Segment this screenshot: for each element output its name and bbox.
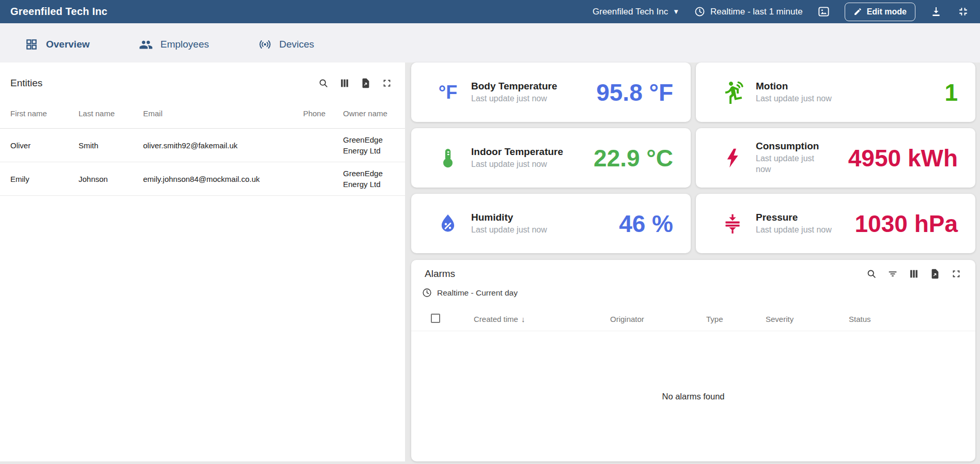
download-icon bbox=[930, 6, 942, 18]
tab-overview[interactable]: Overview bbox=[25, 38, 90, 51]
image-gallery-button[interactable] bbox=[817, 5, 830, 18]
entities-table-header: First name Last name Email Phone Owner n… bbox=[0, 99, 405, 129]
column-header-email[interactable]: Email bbox=[143, 109, 279, 118]
entity-select-value: Greenfiled Tech Inc bbox=[593, 7, 668, 17]
card-value: 1 bbox=[937, 79, 958, 106]
alarms-filter-button[interactable] bbox=[887, 268, 898, 280]
entities-export-button[interactable] bbox=[360, 78, 371, 89]
entity-select-dropdown[interactable]: Greenfiled Tech Inc ▼ bbox=[593, 7, 679, 17]
pencil-icon bbox=[853, 7, 862, 16]
dashboard-title: Greenfiled Tech Inc bbox=[10, 6, 107, 18]
image-icon bbox=[817, 5, 830, 18]
entities-search-button[interactable] bbox=[318, 78, 329, 89]
fullscreen-icon bbox=[951, 268, 962, 280]
cell-last-name: Smith bbox=[79, 141, 143, 150]
entities-fullscreen-button[interactable] bbox=[381, 78, 393, 89]
edit-mode-label: Edit mode bbox=[867, 7, 907, 17]
timewindow-button[interactable]: Realtime - last 1 minute bbox=[694, 6, 803, 18]
motion-sensor-icon bbox=[718, 80, 748, 105]
search-icon bbox=[318, 78, 329, 89]
cell-last-name: Johnson bbox=[79, 175, 143, 183]
header-actions: Greenfiled Tech Inc ▼ Realtime - last 1 … bbox=[593, 3, 970, 21]
card-title: Body Temperature bbox=[471, 81, 557, 92]
collapse-fullscreen-button[interactable] bbox=[957, 5, 970, 18]
entities-columns-button[interactable] bbox=[339, 78, 350, 89]
entities-widget: Entities First name Last name Email bbox=[0, 63, 405, 461]
column-header-owner-name[interactable]: Owner name bbox=[343, 108, 405, 119]
alarms-export-button[interactable] bbox=[929, 268, 941, 280]
cell-owner-name: GreenEdge Energy Ltd bbox=[343, 134, 405, 156]
fullscreen-icon bbox=[381, 78, 393, 89]
column-header-severity[interactable]: Severity bbox=[766, 315, 849, 323]
sort-desc-arrow-icon: ↓ bbox=[521, 315, 525, 323]
filter-icon bbox=[887, 268, 898, 280]
alarms-table-header: Created time ↓ Originator Type Severity … bbox=[411, 307, 975, 331]
column-header-first-name[interactable]: First name bbox=[10, 109, 79, 118]
table-row[interactable]: Oliver Smith oliver.smith92@fakemail.uk … bbox=[0, 129, 405, 162]
card-indoor-temperature[interactable]: Indoor Temperature Last update just now … bbox=[411, 128, 691, 188]
tab-employees[interactable]: Employees bbox=[139, 38, 209, 52]
card-value: 95.8 °F bbox=[589, 79, 673, 106]
tab-devices-label: Devices bbox=[279, 39, 315, 50]
column-header-last-name[interactable]: Last name bbox=[79, 109, 143, 118]
column-header-type[interactable]: Type bbox=[706, 315, 766, 323]
card-motion[interactable]: Motion Last update just now 1 bbox=[696, 63, 975, 122]
tab-devices[interactable]: Devices bbox=[258, 38, 315, 51]
pressure-compress-icon bbox=[718, 212, 748, 235]
download-button[interactable] bbox=[930, 6, 942, 18]
entities-empty-space bbox=[0, 196, 405, 461]
card-last-update: Last update just now bbox=[471, 225, 547, 236]
card-last-update: Last update just now bbox=[471, 94, 557, 104]
edit-mode-button[interactable]: Edit mode bbox=[845, 3, 915, 21]
card-pressure[interactable]: Pressure Last update just now 1030 hPa bbox=[696, 194, 975, 253]
cell-first-name: Emily bbox=[10, 175, 79, 183]
card-humidity[interactable]: Humidity Last update just now 46 % bbox=[411, 194, 691, 253]
card-title: Pressure bbox=[756, 212, 832, 223]
dashboard-body: Entities First name Last name Email bbox=[0, 63, 980, 464]
grid-icon bbox=[25, 38, 38, 51]
no-alarms-message: No alarms found bbox=[411, 331, 975, 461]
fahrenheit-icon: °F bbox=[433, 83, 463, 102]
card-title: Consumption bbox=[756, 141, 824, 152]
alarms-columns-button[interactable] bbox=[908, 268, 920, 280]
table-row[interactable]: Emily Johnson emily.johnson84@mockmail.c… bbox=[0, 162, 405, 196]
file-export-icon bbox=[360, 78, 371, 89]
cell-owner-name: GreenEdge Energy Ltd bbox=[343, 168, 405, 190]
select-all-checkbox[interactable] bbox=[431, 314, 440, 323]
wifi-tethering-icon bbox=[258, 38, 272, 51]
card-body-temperature[interactable]: °F Body Temperature Last update just now… bbox=[411, 63, 691, 122]
tab-employees-label: Employees bbox=[161, 39, 209, 50]
card-last-update: Last update just now bbox=[756, 225, 832, 236]
clock-icon bbox=[694, 6, 706, 18]
alarms-timewindow-button[interactable]: Realtime - Current day bbox=[411, 287, 975, 298]
file-export-icon bbox=[929, 268, 941, 280]
tab-overview-label: Overview bbox=[46, 39, 90, 50]
humidity-drop-icon bbox=[433, 212, 463, 235]
search-icon bbox=[866, 268, 877, 280]
top-header: Greenfiled Tech Inc Greenfiled Tech Inc … bbox=[0, 0, 980, 23]
alarms-fullscreen-button[interactable] bbox=[951, 268, 962, 280]
card-title: Motion bbox=[756, 81, 832, 92]
column-header-status[interactable]: Status bbox=[849, 315, 975, 323]
card-last-update: Last update just now bbox=[756, 153, 824, 175]
column-header-originator[interactable]: Originator bbox=[610, 315, 706, 323]
card-value: 1030 hPa bbox=[848, 210, 958, 238]
alarms-search-button[interactable] bbox=[866, 268, 877, 280]
column-header-phone[interactable]: Phone bbox=[279, 109, 325, 118]
card-title: Humidity bbox=[471, 212, 547, 223]
right-column: °F Body Temperature Last update just now… bbox=[411, 63, 975, 464]
cell-first-name: Oliver bbox=[10, 141, 79, 150]
thermometer-icon bbox=[433, 146, 463, 170]
timewindow-label: Realtime - last 1 minute bbox=[710, 7, 803, 17]
people-icon bbox=[139, 38, 153, 52]
columns-icon bbox=[339, 78, 350, 89]
card-value: 46 % bbox=[612, 210, 673, 238]
created-time-label: Created time bbox=[474, 315, 518, 323]
card-title: Indoor Temperature bbox=[471, 146, 563, 158]
cell-email: emily.johnson84@mockmail.co.uk bbox=[143, 175, 279, 183]
lightning-bolt-icon bbox=[718, 147, 748, 169]
column-header-created-time[interactable]: Created time ↓ bbox=[474, 315, 610, 323]
card-consumption[interactable]: Consumption Last update just now 4950 kW… bbox=[696, 128, 975, 188]
alarms-timewindow-label: Realtime - Current day bbox=[437, 288, 518, 298]
chevron-down-icon: ▼ bbox=[673, 8, 679, 15]
